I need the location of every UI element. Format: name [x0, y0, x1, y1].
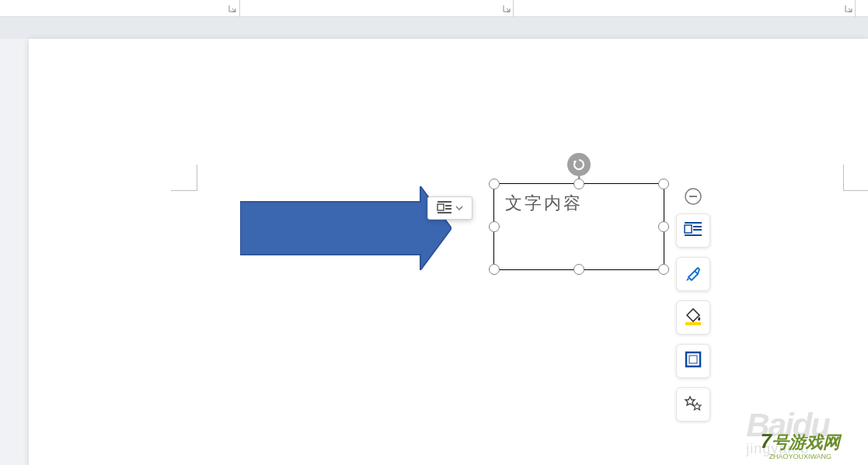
format-painter-button[interactable]: [676, 257, 710, 291]
effects-icon: [684, 394, 702, 415]
ruler-area: [0, 17, 868, 39]
fill-color-button[interactable]: [676, 300, 710, 335]
text-wrap-icon: [437, 200, 452, 217]
outline-icon: [684, 350, 702, 372]
fill-bucket-icon: [683, 306, 703, 329]
svg-rect-14: [685, 322, 701, 325]
text-wrap-button[interactable]: [676, 213, 710, 248]
svg-marker-0: [240, 186, 451, 270]
textbox-shape[interactable]: 文字内容: [493, 183, 664, 270]
watermark-baidu-sub: jingyan.b: [746, 441, 829, 457]
svg-rect-10: [685, 225, 692, 233]
format-painter-icon: [684, 263, 702, 285]
ribbon-group-divider: [239, 0, 240, 17]
margin-guide-top-right: [843, 165, 868, 191]
watermark-site-cn: 号游戏网: [772, 432, 840, 452]
svg-rect-5: [437, 212, 451, 213]
shape-effects-button[interactable]: [676, 387, 710, 422]
text-wrap-icon: [684, 221, 702, 240]
arrow-shape[interactable]: [240, 186, 451, 270]
svg-rect-3: [445, 205, 451, 206]
svg-rect-11: [693, 226, 702, 227]
floating-toolbar: [676, 189, 710, 422]
resize-handle-n[interactable]: [573, 179, 584, 189]
svg-rect-1: [437, 201, 451, 203]
watermark-site-en: ZHAOYOUXIWANG: [761, 453, 840, 460]
ribbon-group-divider: [855, 0, 856, 17]
margin-guide-top-left: [171, 165, 197, 191]
watermark-site-number: 7: [761, 429, 772, 453]
ribbon-group-divider: [513, 0, 514, 17]
watermark-baidu-main: Baidu: [746, 407, 829, 444]
resize-handle-nw[interactable]: [489, 179, 500, 189]
dialog-launcher-icon[interactable]: [228, 5, 236, 12]
watermark-baidu: Baidu jingyan.b: [746, 407, 829, 457]
resize-handle-se[interactable]: [658, 264, 669, 275]
resize-handle-e[interactable]: [658, 221, 669, 232]
textbox-content[interactable]: 文字内容: [505, 193, 583, 213]
watermark-site: 7号游戏网 ZHAOYOUXIWANG: [761, 429, 840, 460]
toolbar-collapse-button[interactable]: [676, 189, 710, 204]
svg-rect-8: [689, 196, 697, 197]
ribbon-edge: [0, 0, 868, 17]
resize-handle-sw[interactable]: [489, 264, 500, 275]
svg-rect-4: [445, 208, 451, 210]
dialog-launcher-icon[interactable]: [503, 5, 511, 12]
svg-rect-16: [689, 356, 697, 363]
svg-rect-12: [693, 229, 702, 231]
resize-handle-ne[interactable]: [658, 179, 669, 189]
dialog-launcher-icon[interactable]: [845, 5, 852, 12]
svg-rect-2: [437, 204, 444, 210]
svg-rect-15: [686, 352, 700, 366]
resize-handle-s[interactable]: [573, 264, 584, 275]
chevron-down-icon: [455, 201, 463, 215]
svg-rect-13: [685, 234, 702, 236]
shape-outline-button[interactable]: [676, 344, 710, 378]
rotate-handle[interactable]: [567, 153, 591, 176]
svg-rect-9: [685, 222, 702, 224]
layout-options-popup[interactable]: [427, 196, 472, 220]
resize-handle-w[interactable]: [489, 221, 500, 232]
